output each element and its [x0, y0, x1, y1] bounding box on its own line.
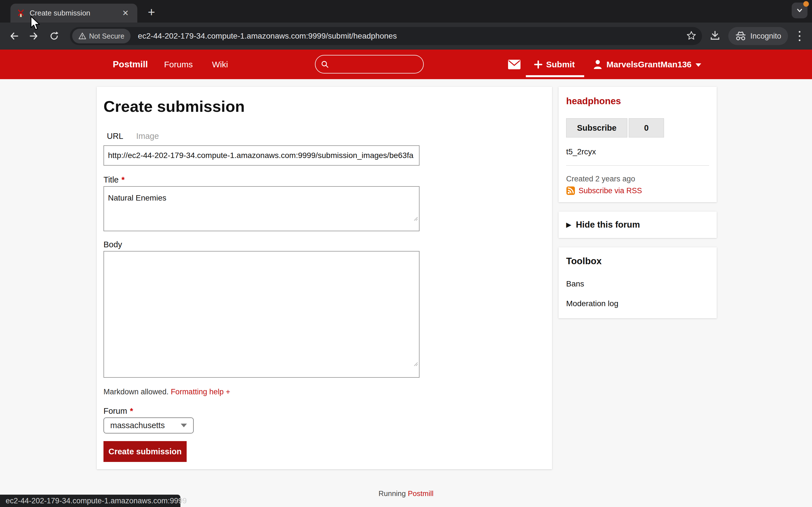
incognito-label: Incognito — [750, 32, 781, 41]
brand-link[interactable]: Postmill — [113, 50, 148, 79]
forum-name-link[interactable]: headphones — [566, 96, 709, 107]
browser-tab-strip: Create submission ✕ + — [0, 0, 812, 22]
required-asterisk: * — [130, 406, 133, 416]
forum-info-card: headphones Subscribe 0 t5_2rcyx Created … — [559, 87, 717, 202]
toolbox-card: Toolbox Bans Moderation log — [559, 247, 717, 318]
update-badge-dot — [803, 1, 809, 7]
tab-url[interactable]: URL — [107, 131, 123, 141]
search-input[interactable] — [332, 60, 416, 69]
browser-toolbar: Not Secure ec2-44-202-179-34.compute-1.a… — [0, 22, 812, 50]
toolbox-title: Toolbox — [566, 256, 709, 267]
tab-search-button[interactable] — [792, 3, 808, 18]
disclosure-triangle-icon[interactable]: ▶ — [566, 221, 571, 229]
envelope-icon — [507, 59, 521, 70]
address-bar[interactable]: Not Secure ec2-44-202-179-34.compute-1.a… — [70, 27, 702, 45]
url-input[interactable] — [103, 145, 419, 166]
messages-button[interactable] — [507, 50, 521, 79]
subscriber-count: 0 — [629, 118, 664, 137]
reload-icon — [49, 31, 59, 41]
nav-link-forums[interactable]: Forums — [164, 50, 193, 79]
username-label: MarvelsGrantMan136 — [606, 60, 692, 69]
site-navbar: Postmill Forums Wiki Submit — [0, 50, 812, 79]
reload-button[interactable] — [49, 31, 60, 42]
active-tab-underline — [526, 75, 584, 77]
tab-image[interactable]: Image — [136, 131, 159, 141]
incognito-icon — [735, 31, 746, 41]
markdown-note: Markdown allowed. Formatting help + — [103, 388, 545, 396]
hide-forum-label[interactable]: Hide this forum — [576, 220, 640, 230]
plus-icon — [534, 60, 543, 69]
back-arrow-icon — [9, 31, 19, 41]
user-menu[interactable]: MarvelsGrantMan136 — [593, 50, 701, 79]
security-label: Not Secure — [89, 32, 124, 40]
status-bar-tooltip: ec2-44-202-179-34.compute-1.amazonaws.co… — [0, 495, 181, 507]
title-input[interactable]: Natural Enemies — [103, 186, 419, 231]
select-caret-icon — [181, 424, 187, 427]
body-input[interactable] — [103, 251, 419, 378]
toolbox-item-moderation-log[interactable]: Moderation log — [566, 299, 709, 308]
warning-triangle-icon — [79, 32, 86, 40]
rss-subscribe-link[interactable]: Subscribe via RSS — [578, 186, 642, 195]
browser-tab[interactable]: Create submission ✕ — [10, 4, 137, 22]
running-text: Running — [378, 489, 406, 498]
formatting-help-link[interactable]: Formatting help + — [171, 388, 231, 396]
submission-type-tabs: URL Image — [103, 131, 545, 141]
tab-close-icon[interactable]: ✕ — [120, 8, 131, 18]
body-label: Body — [103, 240, 545, 249]
user-icon — [593, 59, 603, 69]
tab-title: Create submission — [30, 9, 120, 17]
postmill-footer-link[interactable]: Postmill — [408, 489, 434, 498]
forward-button[interactable] — [28, 31, 40, 42]
downloads-button[interactable] — [709, 30, 721, 41]
postmill-favicon-icon — [17, 9, 25, 17]
submit-tab-label: Submit — [546, 60, 575, 69]
new-tab-button[interactable]: + — [144, 4, 159, 20]
forum-select-value: massachusetts — [110, 421, 165, 430]
submit-tab[interactable]: Submit — [534, 50, 575, 79]
required-asterisk: * — [121, 175, 124, 184]
nav-link-wiki[interactable]: Wiki — [212, 50, 228, 79]
url-text[interactable]: ec2-44-202-179-34.compute-1.amazonaws.co… — [138, 32, 686, 41]
bookmark-star-icon[interactable] — [686, 31, 696, 42]
forum-id: t5_2rcyx — [566, 147, 709, 156]
rss-row: Subscribe via RSS — [566, 186, 709, 195]
status-url: ec2-44-202-179-34.compute-1.amazonaws.co… — [6, 497, 187, 505]
forward-arrow-icon — [29, 31, 39, 41]
download-icon — [709, 30, 721, 41]
forum-label: Forum * — [103, 406, 545, 416]
security-chip[interactable]: Not Secure — [72, 29, 131, 43]
toolbox-item-bans[interactable]: Bans — [566, 279, 709, 288]
hide-forum-card[interactable]: ▶ Hide this forum — [559, 212, 717, 238]
page-title: Create submission — [103, 97, 545, 115]
incognito-badge: Incognito — [728, 27, 788, 45]
subscribe-button[interactable]: Subscribe — [566, 118, 627, 137]
site-search-box[interactable] — [315, 55, 424, 73]
search-icon — [320, 60, 329, 68]
user-caret-icon — [696, 63, 701, 67]
divider — [566, 165, 709, 166]
browser-menu-button[interactable] — [797, 30, 802, 42]
title-label: Title * — [103, 175, 545, 184]
forum-select[interactable]: massachusetts — [103, 417, 194, 434]
create-submission-card: Create submission URL Image Title * Natu… — [97, 87, 552, 469]
forum-created-text: Created 2 years ago — [566, 175, 709, 183]
rss-icon — [566, 186, 575, 195]
create-submission-button[interactable]: Create submission — [103, 441, 187, 462]
back-button[interactable] — [8, 31, 20, 42]
chevron-down-icon — [795, 6, 804, 15]
